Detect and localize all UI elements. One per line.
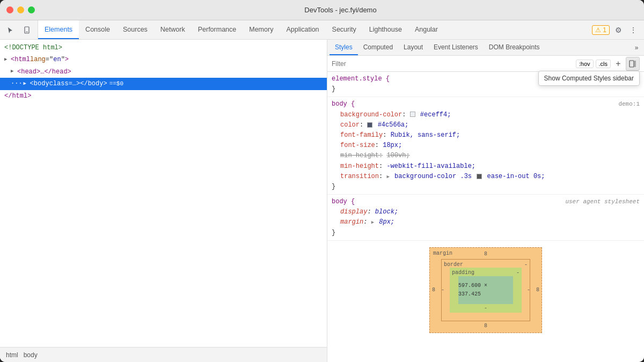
padding-left-dash: - — [441, 286, 444, 294]
breadcrumb-body[interactable]: body — [22, 351, 39, 359]
padding-bottom-dash: - — [484, 304, 487, 313]
tab-lighthouse[interactable]: Lighthouse — [363, 20, 408, 39]
padding-right-dash: - — [527, 286, 530, 294]
tabs-container: Elements Console Sources Network Perform… — [38, 20, 588, 39]
rule-source-demo[interactable]: demo:1 — [618, 100, 640, 109]
tooltip-show-computed: Show Computed Styles sidebar — [538, 71, 640, 86]
more-tabs-icon[interactable]: » — [631, 42, 642, 53]
add-style-icon[interactable]: + — [613, 58, 624, 69]
settings-icon[interactable]: ⚙ — [612, 24, 625, 36]
tab-angular[interactable]: Angular — [408, 20, 444, 39]
rule-closing-brace-body1: } — [332, 182, 640, 192]
color-swatch[interactable] — [367, 122, 372, 128]
minimize-button[interactable] — [17, 6, 24, 13]
rule-header-body1: body { demo:1 — [332, 99, 640, 109]
traffic-lights — [6, 6, 35, 13]
window-title: DevTools - jec.fyi/demo — [43, 6, 638, 14]
margin-bottom-value: 8 — [484, 322, 487, 330]
dom-body-selected[interactable]: ··· ▶ <body class=…></body> == $0 — [0, 78, 327, 90]
hov-button[interactable]: :hov — [576, 60, 594, 68]
tab-layout[interactable]: Layout — [398, 40, 428, 55]
margin-right-value: 8 — [536, 286, 539, 294]
margin-label: margin — [433, 249, 452, 258]
breadcrumb-bar: html body — [0, 347, 327, 362]
dom-head[interactable]: ▶ <head>…</head> — [0, 66, 327, 78]
svg-rect-0 — [25, 27, 29, 33]
tab-application[interactable]: Application — [280, 20, 325, 39]
filter-input[interactable] — [332, 60, 572, 68]
warning-count: 1 — [603, 26, 606, 34]
css-prop-display: display: block; — [332, 207, 640, 217]
tab-memory[interactable]: Memory — [243, 20, 280, 39]
maximize-button[interactable] — [28, 6, 35, 13]
css-prop-transition: transition: ▶ background-color .3s ease-… — [332, 172, 640, 182]
warning-badge[interactable]: ⚠ 1 — [592, 25, 610, 35]
expand-head-icon[interactable]: ▶ — [11, 68, 17, 76]
styles-tabs-right: » — [631, 42, 642, 53]
rule-closing-brace-ua: } — [332, 228, 640, 238]
box-model: margin 8 8 8 8 border - — [429, 247, 542, 333]
rule-header-ua: body { user agent stylesheet — [332, 197, 640, 207]
triangle-margin-icon[interactable]: ▶ — [371, 219, 374, 226]
warning-icon: ⚠ — [595, 26, 601, 34]
content-size: 597.600 × 337.425 — [458, 282, 513, 299]
css-prop-min-height-1: min-height: 100vh; — [332, 151, 640, 161]
dom-html-open[interactable]: ▶ <html lang="en" > — [0, 54, 327, 65]
ua-label: user agent stylesheet — [565, 197, 640, 207]
dom-panel: <!DOCTYPE html> ▶ <html lang="en" > ▶ <h… — [0, 40, 327, 362]
dom-tree[interactable]: <!DOCTYPE html> ▶ <html lang="en" > ▶ <h… — [0, 40, 327, 347]
svg-rect-3 — [634, 61, 636, 67]
css-prop-bg-color: background-color: #eceff4; — [332, 110, 640, 120]
tab-computed[interactable]: Computed — [358, 40, 398, 55]
box-model-section: margin 8 8 8 8 border - — [327, 241, 644, 339]
tab-styles[interactable]: Styles — [330, 40, 358, 55]
breadcrumb-html[interactable]: html — [4, 351, 20, 359]
title-bar: DevTools - jec.fyi/demo — [0, 0, 644, 20]
toolbar-right: ⚠ 1 ⚙ ⋮ — [588, 24, 644, 36]
tab-network[interactable]: Network — [154, 20, 192, 39]
show-computed-sidebar-button[interactable] — [626, 57, 640, 71]
body-selector-ua[interactable]: body { — [332, 197, 355, 207]
cursor-icon[interactable] — [4, 24, 17, 36]
border-dash: - — [524, 261, 528, 269]
tab-dom-breakpoints[interactable]: DOM Breakpoints — [484, 40, 545, 55]
margin-left-value: 8 — [432, 286, 435, 294]
tab-performance[interactable]: Performance — [192, 20, 243, 39]
main-content: <!DOCTYPE html> ▶ <html lang="en" > ▶ <h… — [0, 40, 644, 362]
css-prop-font-size: font-size: 18px; — [332, 141, 640, 151]
tab-elements[interactable]: Elements — [38, 20, 79, 39]
css-prop-margin: margin: ▶ 8px; — [332, 217, 640, 227]
tab-sources[interactable]: Sources — [116, 20, 154, 39]
toolbar-icons — [0, 20, 38, 39]
cls-button[interactable]: .cls — [596, 60, 611, 68]
style-rule-body-1: body { demo:1 background-color: #eceff4;… — [327, 97, 644, 195]
styles-content[interactable]: element.style { } body { demo:1 backgrou… — [327, 72, 644, 362]
body-selector-1[interactable]: body { — [332, 99, 355, 109]
filter-bar: :hov .cls + Show Computed Styles sidebar — [327, 56, 644, 72]
svg-rect-2 — [630, 61, 634, 67]
rule-selector[interactable]: element.style { — [332, 74, 390, 84]
tab-event-listeners[interactable]: Event Listeners — [428, 40, 484, 55]
styles-panel: Styles Computed Layout Event Listeners D… — [327, 40, 644, 362]
mobile-icon[interactable] — [20, 24, 33, 36]
filter-buttons: :hov .cls + — [576, 57, 640, 71]
expand-icon[interactable]: ▶ — [4, 56, 11, 64]
margin-top-value: 8 — [484, 250, 487, 258]
devtools-window: DevTools - jec.fyi/demo Elements Console — [0, 0, 644, 362]
rule-closing-brace: } — [332, 84, 640, 94]
css-prop-min-height-2: min-height: -webkit-fill-available; — [332, 161, 640, 172]
expand-body-icon[interactable]: ▶ — [24, 80, 30, 88]
triangle-transition-icon[interactable]: ▶ — [386, 173, 389, 181]
tab-console[interactable]: Console — [79, 20, 116, 39]
css-prop-color: color: #4c566a; — [332, 120, 640, 130]
bg-color-swatch[interactable] — [410, 112, 415, 117]
css-prop-font-family: font-family: Rubik, sans-serif; — [332, 130, 640, 141]
styles-tabs: Styles Computed Layout Event Listeners D… — [327, 40, 644, 56]
transition-checkbox[interactable] — [477, 174, 482, 179]
padding-dash: - — [516, 269, 519, 277]
close-button[interactable] — [6, 6, 13, 13]
content-box: 597.600 × 337.425 — [458, 276, 513, 304]
tab-security[interactable]: Security — [326, 20, 363, 39]
devtools-toolbar: Elements Console Sources Network Perform… — [0, 20, 644, 40]
more-options-icon[interactable]: ⋮ — [627, 24, 640, 36]
